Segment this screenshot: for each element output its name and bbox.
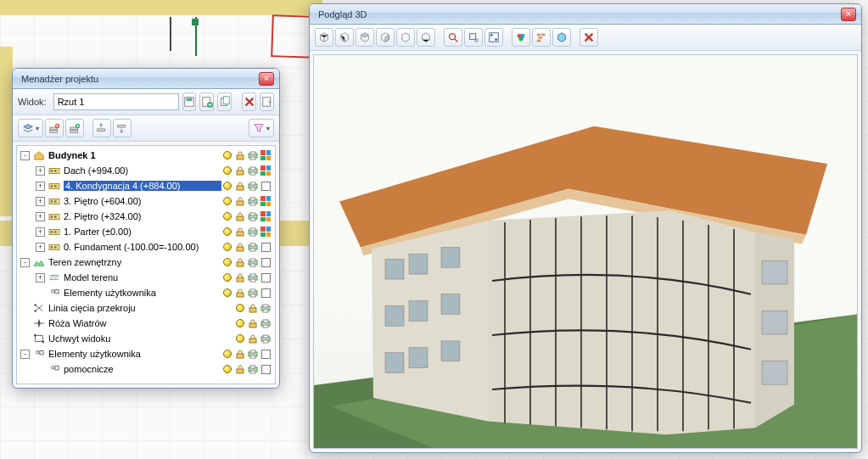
print-icon[interactable] <box>260 333 272 344</box>
zoom-button[interactable] <box>444 28 462 47</box>
color-quad-icon[interactable] <box>260 165 272 176</box>
print-icon[interactable] <box>260 302 272 314</box>
color-quad-icon[interactable] <box>260 195 272 207</box>
print-icon[interactable] <box>247 210 259 222</box>
tree-expander[interactable]: + <box>36 197 45 206</box>
print-icon[interactable] <box>247 363 259 375</box>
view-copy-button[interactable] <box>217 92 232 111</box>
print-icon[interactable] <box>247 165 259 176</box>
visibility-bulb-icon[interactable] <box>221 165 233 176</box>
view-top-button[interactable] <box>356 28 374 47</box>
tree-row-uchwyt[interactable]: Uchwyt widoku <box>19 331 273 346</box>
tree-row-model[interactable]: +Model terenu <box>19 270 273 285</box>
print-icon[interactable] <box>247 348 259 360</box>
view-add-button[interactable] <box>199 92 214 111</box>
visibility-bulb-icon[interactable] <box>234 333 246 344</box>
visibility-bulb-icon[interactable] <box>221 348 233 360</box>
lock-icon[interactable] <box>234 149 246 161</box>
print-icon[interactable] <box>247 149 259 161</box>
tree-expander[interactable]: + <box>36 273 45 283</box>
checkbox-icon[interactable] <box>260 271 272 283</box>
visibility-bulb-icon[interactable] <box>221 210 233 222</box>
color-quad-icon[interactable] <box>260 149 272 161</box>
tree-row-elem1[interactable]: Elementy użytkownika <box>19 285 273 300</box>
visibility-bulb-icon[interactable] <box>221 271 233 283</box>
checkbox-icon[interactable] <box>260 363 272 375</box>
tree-row-elem2[interactable]: -Elementy użytkownika <box>19 346 273 361</box>
view-delete-button[interactable] <box>242 92 256 111</box>
view-side-button[interactable] <box>376 28 395 47</box>
view-export-button[interactable] <box>260 92 274 111</box>
tree-expander[interactable]: + <box>36 227 45 237</box>
color-quad-icon[interactable] <box>260 210 272 222</box>
tree-expander[interactable]: - <box>20 151 30 160</box>
viewport-3d[interactable] <box>313 54 858 449</box>
print-icon[interactable] <box>247 226 259 238</box>
zoom-window-button[interactable] <box>464 28 483 47</box>
visibility-bulb-icon[interactable] <box>221 195 233 207</box>
tree-expander[interactable]: + <box>36 212 45 221</box>
lock-icon[interactable] <box>234 363 246 375</box>
tree-expander[interactable]: + <box>36 243 45 252</box>
lock-icon[interactable] <box>247 333 259 344</box>
tree-row-roza[interactable]: Róża Wiatrów <box>19 316 273 331</box>
visibility-bulb-icon[interactable] <box>221 241 233 253</box>
view-back-button[interactable] <box>396 28 415 47</box>
print-icon[interactable] <box>260 317 272 329</box>
filter-button[interactable] <box>249 119 274 137</box>
visibility-bulb-icon[interactable] <box>234 317 246 329</box>
lock-icon[interactable] <box>234 348 246 360</box>
print-icon[interactable] <box>247 241 259 253</box>
view-front-button[interactable] <box>335 28 354 47</box>
print-icon[interactable] <box>247 195 259 207</box>
lock-icon[interactable] <box>234 195 246 207</box>
close-icon[interactable]: × <box>259 72 274 86</box>
print-icon[interactable] <box>247 271 259 283</box>
visibility-bulb-icon[interactable] <box>221 149 233 161</box>
tree-row-k4[interactable]: +4. Kondygnacja 4 (+884.00) <box>19 178 273 193</box>
tree-expander[interactable]: + <box>36 182 45 191</box>
print-icon[interactable] <box>247 180 259 192</box>
visibility-bulb-icon[interactable] <box>221 287 233 299</box>
tree-row-p2[interactable]: +2. Piętro (+324.00) <box>19 209 273 224</box>
print-icon[interactable] <box>247 256 259 268</box>
tree-row-p3[interactable]: +3. Piętro (+604.00) <box>19 193 273 209</box>
visibility-bulb-icon[interactable] <box>221 256 233 268</box>
checkbox-icon[interactable] <box>260 241 272 253</box>
visibility-bulb-icon[interactable] <box>221 180 233 192</box>
add-level-button[interactable] <box>45 119 64 137</box>
visibility-bulb-icon[interactable] <box>221 363 233 375</box>
tree-row-linia[interactable]: Linia cięcia przekroju <box>19 300 273 316</box>
lock-icon[interactable] <box>234 210 246 222</box>
tree-row-budynek[interactable]: -Budynek 1 <box>19 148 273 163</box>
lock-icon[interactable] <box>234 256 246 268</box>
view-name-input[interactable] <box>53 93 179 110</box>
walls-button[interactable] <box>532 28 551 47</box>
move-level-up-button[interactable] <box>92 119 111 137</box>
lock-icon[interactable] <box>247 302 259 314</box>
close-red-button[interactable] <box>580 28 598 47</box>
tree-row-teren[interactable]: -Teren zewnętrzny <box>19 255 273 270</box>
lock-icon[interactable] <box>234 287 246 299</box>
checkbox-icon[interactable] <box>260 256 272 268</box>
move-level-down-button[interactable] <box>113 119 132 137</box>
print-icon[interactable] <box>247 287 259 299</box>
box-button[interactable] <box>552 28 571 47</box>
view-persp-button[interactable] <box>315 28 333 47</box>
checkbox-icon[interactable] <box>260 287 272 299</box>
colors-button[interactable] <box>512 28 530 47</box>
close-icon[interactable]: × <box>841 8 856 21</box>
visibility-bulb-icon[interactable] <box>234 302 246 314</box>
project-tree[interactable]: -Budynek 1+Dach (+994.00)+4. Kondygnacja… <box>16 145 276 384</box>
tree-row-fund[interactable]: +0. Fundament (-100.00=-100.00) <box>19 239 273 255</box>
lock-icon[interactable] <box>234 241 246 253</box>
checkbox-icon[interactable] <box>260 180 272 192</box>
view-bottom-button[interactable] <box>417 28 435 47</box>
zoom-extents-button[interactable] <box>484 28 503 47</box>
checkbox-icon[interactable] <box>260 348 272 360</box>
tree-row-pomoc[interactable]: pomocnicze <box>19 361 273 377</box>
lock-icon[interactable] <box>247 317 259 329</box>
tree-expander[interactable]: - <box>20 350 30 359</box>
add-level-green-button[interactable] <box>65 119 84 137</box>
tree-expander[interactable]: - <box>20 258 30 267</box>
